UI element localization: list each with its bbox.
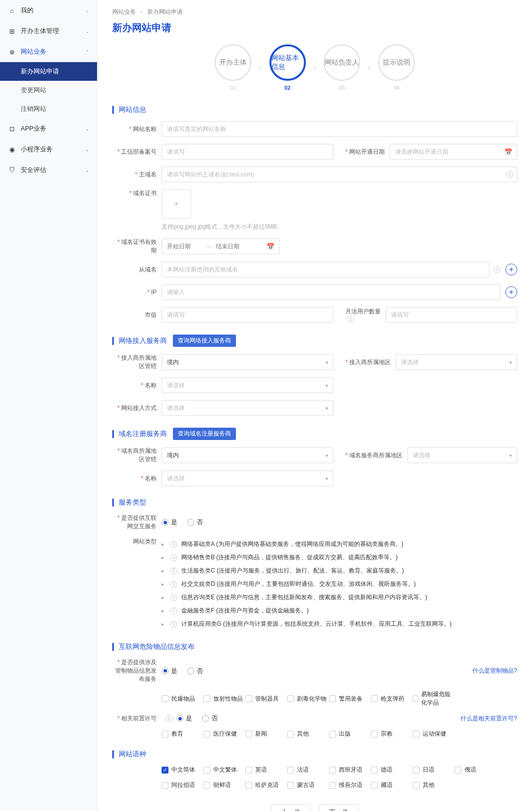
site-type-item[interactable]: ▸i信息咨询类E (连接用户与信息，主要包括新闻发布、搜索服务、提供新闻和用户内… — [162, 591, 517, 604]
controlled-no-radio[interactable]: 否 — [187, 667, 203, 676]
record-input[interactable] — [162, 144, 333, 160]
checkbox-option[interactable]: 新闻 — [245, 730, 287, 738]
checkbox-option[interactable]: 管制器具 — [245, 690, 287, 707]
ip-input[interactable] — [162, 284, 500, 300]
checkbox-option[interactable]: 警用装备 — [329, 690, 371, 707]
reg-name-select[interactable]: 请选择▾ — [162, 471, 333, 486]
info-icon[interactable]: i — [170, 621, 177, 628]
isp-access-select[interactable]: 请选择▾ — [162, 400, 333, 416]
checkbox-option[interactable]: 民爆物品 — [162, 690, 203, 707]
add-ip-button[interactable]: + — [505, 286, 517, 298]
checkbox-option[interactable]: 蒙古语 — [287, 781, 329, 789]
permit-yes-radio[interactable]: 是 — [176, 714, 192, 723]
caret-right-icon[interactable]: ▸ — [162, 555, 166, 560]
reg-region-type-select[interactable]: 境内▾ — [162, 447, 333, 463]
cert-end-input[interactable] — [216, 243, 250, 250]
nav-item-mini[interactable]: ◉小程序业务⌄ — [0, 139, 97, 160]
nav-item-globe[interactable]: ⊕网站业务⌃ — [0, 41, 97, 62]
site-type-item[interactable]: ▸i网络基础类A (为用户提供网络基础类服务，使得网络应用成为可能的基础类服务商… — [162, 538, 517, 551]
next-button[interactable]: 下一步 — [319, 804, 359, 811]
checkbox-option[interactable]: 西班牙语 — [329, 766, 371, 774]
step-2[interactable]: 网站基本信息02 — [269, 44, 306, 91]
caret-right-icon[interactable]: ▸ — [162, 541, 166, 547]
cert-upload[interactable]: + — [162, 189, 191, 219]
info-icon[interactable]: i — [170, 541, 177, 548]
nav-sub-item[interactable]: 变更网站 — [0, 81, 97, 100]
step-3[interactable]: 网站负责人03 — [324, 44, 360, 91]
checkbox-option[interactable]: 其他 — [413, 781, 455, 789]
checkbox-option[interactable]: 中文简体 — [162, 766, 203, 774]
domain-input[interactable] — [162, 167, 517, 182]
nav-sub-item[interactable]: 新办网站申请 — [0, 62, 97, 81]
checkbox-option[interactable]: 哈萨克语 — [245, 781, 287, 789]
caret-right-icon[interactable]: ▸ — [162, 568, 166, 574]
checkbox-option[interactable]: 中文繁体 — [203, 766, 245, 774]
caret-right-icon[interactable]: ▸ — [162, 608, 166, 613]
checkbox-option[interactable]: 医疗保健 — [203, 730, 245, 738]
subdomain-input[interactable] — [162, 262, 490, 277]
open-date-input[interactable] — [390, 144, 517, 160]
query-isp-button[interactable]: 查询网络接入服务商 — [173, 335, 236, 347]
checkbox-option[interactable]: 法语 — [287, 766, 329, 774]
checkbox-option[interactable]: 英语 — [245, 766, 287, 774]
info-icon[interactable]: i — [347, 316, 354, 323]
isp-region-type-select[interactable]: 境内▾ — [162, 354, 333, 370]
site-type-item[interactable]: ▸i生活服务类C (连接用户与服务，提供出行、旅行、配送、客运、教育、家庭等服务… — [162, 564, 517, 577]
checkbox-option[interactable]: 剧毒化学物 — [287, 690, 329, 707]
info-icon[interactable]: i — [170, 608, 177, 614]
nav-item-home[interactable]: ⌂我的⌄ — [0, 0, 97, 21]
nav-item-shield[interactable]: ⛉安全评估⌄ — [0, 160, 97, 180]
permit-help-link[interactable]: 什么是相关前置许可? — [461, 714, 517, 723]
checkbox-option[interactable]: 日语 — [413, 766, 455, 774]
info-icon[interactable]: i — [170, 568, 177, 574]
permit-no-radio[interactable]: 否 — [202, 714, 218, 723]
isp-region-select[interactable]: 请选择▾ — [396, 354, 517, 370]
info-icon[interactable]: i — [170, 594, 177, 601]
interactive-no-radio[interactable]: 否 — [187, 518, 203, 527]
caret-right-icon[interactable]: ▸ — [162, 595, 166, 600]
cert-valid-range[interactable]: → 📅 — [162, 238, 280, 254]
checkbox-option[interactable]: 放射性物品 — [203, 690, 245, 707]
info-icon[interactable]: i — [166, 715, 172, 722]
info-icon[interactable]: i — [170, 554, 177, 561]
site-type-item[interactable]: ▸i计算机应用类G (连接用户与计算资源，包括系统支持、云计算、手机软件、应用工… — [162, 617, 517, 631]
step-4[interactable]: 提示说明04 — [378, 44, 415, 91]
site-type-item[interactable]: ▸i金融服务类F (连接用户与资金，提供金融服务。) — [162, 604, 517, 617]
nav-item-box[interactable]: ⊞开办主体管理⌄ — [0, 21, 97, 41]
site-name-input[interactable] — [162, 121, 517, 137]
isp-name-select[interactable]: 请选择▾ — [162, 377, 333, 393]
checkbox-option[interactable]: 朝鲜语 — [203, 781, 245, 789]
breadcrumb-root[interactable]: 网站业务 — [112, 8, 136, 15]
info-icon[interactable]: i — [506, 171, 513, 178]
checkbox-option[interactable]: 藏语 — [371, 781, 413, 789]
site-type-item[interactable]: ▸i社交文娱类D (连接用户与用户，主要包括即时通信、交友互动、游戏休闲、视听服… — [162, 577, 517, 591]
checkbox-option[interactable]: 教育 — [162, 730, 203, 738]
nav-item-grid[interactable]: ⊡APP业务⌄ — [0, 118, 97, 139]
add-subdomain-button[interactable]: + — [505, 264, 517, 275]
interactive-yes-radio[interactable]: 是 — [162, 518, 177, 527]
prev-button[interactable]: 上一步 — [271, 804, 311, 811]
checkbox-option[interactable]: 宗教 — [371, 730, 413, 738]
checkbox-option[interactable]: 易制爆危险化学品 — [413, 690, 455, 707]
info-icon[interactable]: i — [170, 581, 177, 588]
market-input[interactable] — [162, 307, 333, 323]
checkbox-option[interactable]: 运动保健 — [413, 730, 455, 738]
info-icon[interactable]: i — [494, 266, 500, 273]
controlled-help-link[interactable]: 什么是管制物品? — [472, 667, 517, 675]
checkbox-option[interactable]: 维吾尔语 — [329, 781, 371, 789]
caret-right-icon[interactable]: ▸ — [162, 581, 166, 587]
query-registrar-button[interactable]: 查询域名注册服务商 — [173, 428, 236, 440]
reg-region-select[interactable]: 请选择▾ — [407, 447, 517, 463]
checkbox-option[interactable]: 出版 — [329, 730, 371, 738]
nav-sub-item[interactable]: 注销网站 — [0, 100, 97, 118]
cert-start-input[interactable] — [167, 243, 201, 250]
checkbox-option[interactable]: 其他 — [287, 730, 329, 738]
checkbox-option[interactable]: 德语 — [371, 766, 413, 774]
step-1[interactable]: 开办主体01 — [215, 44, 251, 91]
caret-right-icon[interactable]: ▸ — [162, 621, 166, 627]
mau-input[interactable] — [386, 307, 517, 323]
checkbox-option[interactable]: 阿拉伯语 — [162, 781, 203, 789]
site-type-item[interactable]: ▸i网络销售类B (连接用户与商品，提供销售服务、促成双方交易、提高匹配效率等。… — [162, 551, 517, 564]
checkbox-option[interactable]: 枪支弹药 — [371, 690, 413, 707]
checkbox-option[interactable]: 俄语 — [455, 766, 497, 774]
